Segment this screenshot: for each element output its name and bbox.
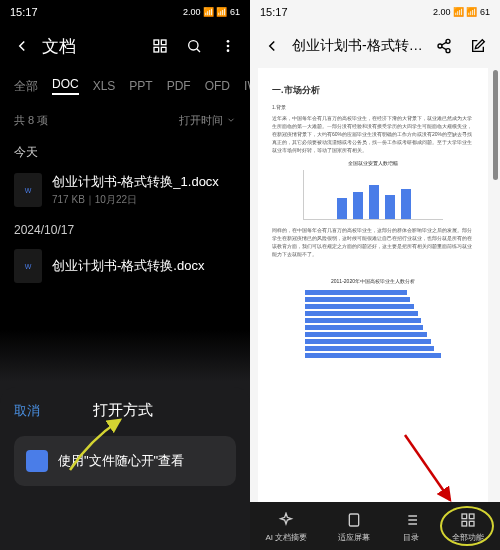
doc-paragraph: 同样的，在中国每年会有几百万的高校毕业生，这部分的群体会影响毕业之后的发展。部分…	[272, 226, 474, 258]
tab-doc[interactable]: DOC	[52, 77, 79, 95]
file-item[interactable]: W 创业计划书-格式转换.docx	[0, 241, 250, 291]
svg-rect-3	[161, 47, 166, 52]
status-time: 15:17	[260, 6, 288, 18]
svg-point-7	[227, 49, 230, 52]
svg-point-6	[227, 45, 230, 48]
status-indicators: 2.00 📶 📶 61	[433, 7, 490, 17]
sheet-title: 打开方式	[10, 401, 236, 420]
svg-point-4	[189, 41, 198, 50]
tab-ppt[interactable]: PPT	[129, 79, 152, 93]
tabs: 全部 DOC XLS PPT PDF OFD IWO	[0, 68, 250, 104]
file-item[interactable]: W 创业计划书-格式转换_1.docx 717 KB｜10月22日	[0, 165, 250, 215]
svg-rect-1	[161, 40, 166, 45]
edit-icon[interactable]	[468, 36, 488, 56]
svg-rect-14	[462, 521, 467, 526]
back-icon[interactable]	[262, 36, 282, 56]
page-title: 文档	[42, 35, 140, 58]
toc-button[interactable]: 目录	[401, 510, 421, 543]
svg-point-8	[446, 39, 450, 43]
bottom-toolbar: AI 文档摘要 适应屏幕 目录 全部功能	[250, 502, 500, 550]
back-icon[interactable]	[12, 36, 32, 56]
header: 文档	[0, 24, 250, 68]
status-indicators: 2.00 📶 📶 61	[183, 7, 240, 17]
status-bar: 15:17 2.00 📶 📶 61	[0, 0, 250, 24]
sparkle-icon	[276, 510, 296, 530]
app-icon	[26, 450, 48, 472]
doc-title: 创业计划书-格式转换_1....	[292, 37, 424, 55]
filter-row: 共 8 项 打开时间	[0, 104, 250, 136]
file-meta: 717 KB｜10月22日	[52, 193, 236, 207]
search-icon[interactable]	[184, 36, 204, 56]
chart-bar-vertical: 全国就业安置人数增幅	[303, 160, 443, 220]
fit-screen-button[interactable]: 适应屏幕	[338, 510, 370, 543]
svg-rect-13	[470, 514, 475, 519]
doc-subheading: 1.背景	[272, 103, 474, 111]
open-with-sheet: 取消 打开方式 使用"文件随心开"查看	[0, 387, 250, 550]
document-viewport[interactable]: 一.市场分析 1.背景 近年来，中国每年会有几百万的高校毕业生，在经济下滑的大背…	[258, 68, 488, 502]
svg-rect-12	[462, 514, 467, 519]
docx-icon: W	[14, 249, 42, 283]
more-icon[interactable]	[218, 36, 238, 56]
svg-point-10	[446, 49, 450, 53]
scrollbar[interactable]	[493, 70, 498, 180]
share-icon[interactable]	[434, 36, 454, 56]
tab-ofd[interactable]: OFD	[205, 79, 230, 93]
file-name: 创业计划书-格式转换.docx	[52, 257, 236, 275]
list-icon	[401, 510, 421, 530]
item-count: 共 8 项	[14, 113, 48, 128]
tab-pdf[interactable]: PDF	[167, 79, 191, 93]
tab-all[interactable]: 全部	[14, 78, 38, 95]
doc-heading: 一.市场分析	[272, 84, 474, 97]
section-today: 今天	[0, 136, 250, 165]
all-features-button[interactable]: 全部功能	[452, 510, 484, 543]
status-time: 15:17	[10, 6, 38, 18]
fit-icon	[344, 510, 364, 530]
svg-rect-2	[154, 47, 159, 52]
ai-summary-button[interactable]: AI 文档摘要	[266, 510, 308, 543]
open-with-option[interactable]: 使用"文件随心开"查看	[14, 436, 236, 486]
sort-dropdown[interactable]: 打开时间	[179, 113, 236, 128]
chevron-down-icon	[226, 115, 236, 125]
status-bar: 15:17 2.00 📶 📶 61	[250, 0, 500, 24]
section-date: 2024/10/17	[0, 215, 250, 241]
grid-view-icon[interactable]	[150, 36, 170, 56]
header: 创业计划书-格式转换_1....	[250, 24, 500, 68]
option-label: 使用"文件随心开"查看	[58, 452, 184, 470]
docx-icon: W	[14, 173, 42, 207]
grid-icon	[458, 510, 478, 530]
svg-rect-11	[350, 514, 359, 526]
svg-rect-15	[470, 521, 475, 526]
svg-point-9	[438, 44, 442, 48]
file-name: 创业计划书-格式转换_1.docx	[52, 173, 236, 191]
svg-rect-0	[154, 40, 159, 45]
svg-point-5	[227, 40, 230, 43]
doc-paragraph: 近年来，中国每年会有几百万的高校毕业生，在经济下滑的大背景下，就业难已然成为大学…	[272, 114, 474, 154]
tab-xls[interactable]: XLS	[93, 79, 116, 93]
chart-bar-horizontal: 2011-2020年中国高校毕业生人数分析	[303, 278, 443, 360]
